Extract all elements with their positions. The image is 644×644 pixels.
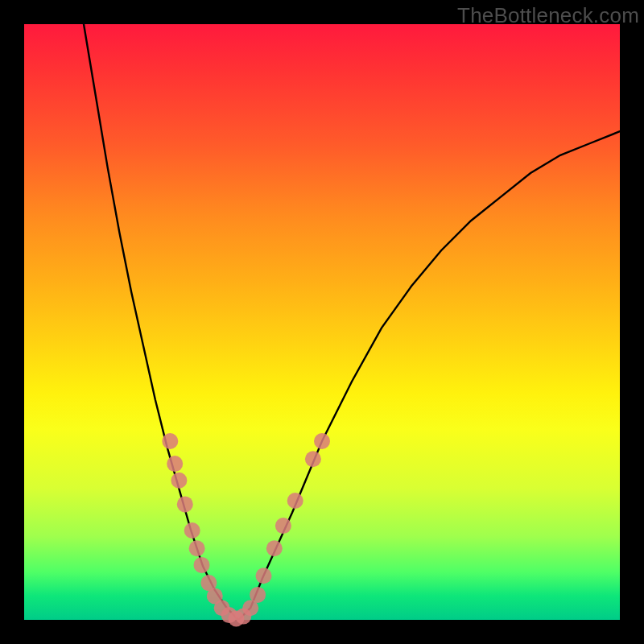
chart-frame: TheBottleneck.com	[0, 0, 644, 644]
chart-svg	[24, 24, 620, 620]
data-marker	[250, 587, 266, 603]
data-marker	[305, 451, 321, 467]
bottleneck-curve	[84, 24, 620, 620]
data-marker	[162, 433, 178, 449]
marker-layer	[162, 433, 330, 627]
data-marker	[256, 568, 272, 584]
data-marker	[266, 540, 283, 556]
plot-area	[24, 24, 620, 620]
data-marker	[275, 518, 291, 534]
data-marker	[167, 456, 183, 472]
data-marker	[314, 433, 330, 449]
data-marker	[189, 540, 205, 556]
data-marker	[194, 557, 210, 573]
data-marker	[177, 496, 193, 512]
data-marker	[171, 473, 187, 489]
data-marker	[184, 522, 200, 539]
data-marker	[287, 493, 303, 509]
curve-layer	[84, 24, 620, 620]
